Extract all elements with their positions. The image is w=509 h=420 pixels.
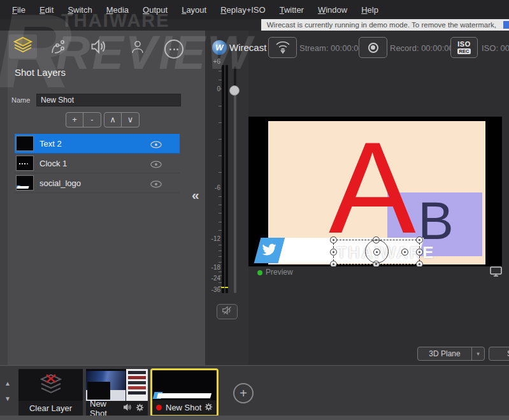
- layer-thumbnail: [16, 175, 34, 191]
- plane-mode-dropdown[interactable]: 3D Plane ▾: [417, 347, 485, 361]
- display-output-icon[interactable]: [490, 266, 502, 279]
- shot-thumbnail: [152, 370, 217, 400]
- ellipsis-icon: [169, 48, 178, 50]
- db-scale-label: -24: [205, 275, 220, 282]
- clear-layer-icon: [36, 372, 66, 398]
- visibility-eye-icon[interactable]: [150, 179, 162, 187]
- demo-banner-text: Wirecast is currently running in demo mo…: [267, 21, 496, 29]
- visibility-eye-icon[interactable]: [150, 159, 162, 167]
- demo-banner-link-stub[interactable]: [503, 21, 509, 29]
- selection-handle-center[interactable]: [373, 249, 380, 256]
- move-layer-down-button[interactable]: ∨: [122, 113, 139, 127]
- wirecast-window: File Edit Switch Media Output Layout Rep…: [0, 0, 509, 420]
- menu-replay-iso[interactable]: Replay+ISO: [213, 5, 272, 15]
- record-button[interactable]: [359, 37, 387, 58]
- selection-handle-mid-right[interactable]: [416, 249, 423, 256]
- selection-handle-bottom-right[interactable]: [416, 261, 423, 266]
- tab-audio[interactable]: [89, 39, 108, 57]
- db-scale-label: -18: [205, 264, 220, 271]
- name-label: Name: [11, 96, 30, 104]
- shot-label: New Shot: [90, 399, 123, 418]
- menu-layout[interactable]: Layout: [175, 5, 213, 15]
- clock-mini-preview: [19, 163, 20, 164]
- layer-list: Text 2 Clock 1 social_logo: [15, 134, 180, 193]
- add-shot-button[interactable]: +: [233, 383, 254, 403]
- live-red-dot: [156, 405, 162, 410]
- shot-new-shot-live[interactable]: New Shot: [150, 368, 219, 417]
- menu-switch[interactable]: Switch: [61, 5, 99, 15]
- stream-button[interactable]: [268, 37, 297, 58]
- selection-handle-top-left[interactable]: [330, 236, 337, 243]
- move-layer-up-button[interactable]: ∧: [104, 113, 122, 127]
- shot-name-input[interactable]: [36, 94, 181, 106]
- iso-record-button[interactable]: ISO REC: [450, 37, 478, 58]
- vu-meter-left: [222, 65, 224, 293]
- clear-layer-thumbnail: [18, 369, 83, 401]
- preview-canvas[interactable]: B A THAIWARE: [248, 117, 502, 266]
- menu-twitter[interactable]: Twitter: [273, 5, 311, 15]
- twitter-bird-icon: [262, 243, 276, 258]
- wifi-stream-icon: [274, 39, 292, 57]
- menu-edit[interactable]: Edit: [32, 5, 61, 15]
- tab-guest[interactable]: [129, 40, 147, 57]
- mute-button[interactable]: [217, 304, 238, 319]
- layer-add-remove-group: + -: [66, 112, 101, 127]
- replay-flow-icon: [50, 39, 66, 57]
- shot-label: Clear Layer: [29, 403, 72, 413]
- shot-thumbnail: [86, 369, 148, 401]
- selection-handle-mid-inner-right[interactable]: [401, 249, 408, 256]
- snap-button-partial[interactable]: S: [489, 347, 509, 361]
- db-scale-label: +6: [205, 58, 220, 65]
- panel-left-gutter: [0, 31, 8, 365]
- collapse-panel-button[interactable]: «: [192, 187, 199, 203]
- selection-handle-bottom-left[interactable]: [330, 261, 337, 266]
- bin-scroll-up-button[interactable]: ▲: [4, 380, 11, 387]
- shot-audio-icon[interactable]: [123, 403, 132, 413]
- layer-row-social-logo[interactable]: social_logo: [15, 173, 180, 193]
- layer-row-clock1[interactable]: Clock 1: [15, 154, 180, 173]
- speaker-icon: [90, 38, 108, 57]
- db-scale-label: 0: [205, 85, 220, 92]
- menu-bar: File Edit Switch Media Output Layout Rep…: [0, 0, 509, 19]
- db-scale-label: -36: [205, 286, 220, 293]
- shot-bin: ▲ ▼ Clear Layer New Shot: [0, 365, 509, 416]
- vu-peak-tick: [221, 287, 224, 288]
- remove-layer-button[interactable]: -: [83, 113, 101, 127]
- add-layer-button[interactable]: +: [66, 113, 83, 127]
- letter-a-text: A: [329, 122, 416, 252]
- menu-window[interactable]: Window: [311, 5, 354, 15]
- shot-new-shot-screen[interactable]: New Shot: [86, 369, 148, 416]
- menu-file[interactable]: File: [5, 5, 32, 15]
- audio-meter-column: +6 0 -6 -12 -18 -24 -36: [205, 31, 248, 365]
- preview-label: Preview: [266, 268, 293, 277]
- record-icon: [368, 43, 378, 53]
- layer-label: social_logo: [39, 178, 81, 188]
- wirecast-logo: W: [212, 40, 227, 55]
- selection-handle-mid-left[interactable]: [330, 249, 337, 256]
- volume-slider-handle[interactable]: [229, 85, 240, 96]
- window-bottom-edge: [0, 416, 509, 420]
- visibility-eye-icon[interactable]: [150, 140, 162, 147]
- db-scale-label: -12: [205, 235, 220, 242]
- shot-clear-layer[interactable]: Clear Layer: [18, 369, 83, 416]
- shot-settings-gear-icon[interactable]: [204, 403, 213, 413]
- layer-row-text2[interactable]: Text 2: [15, 134, 180, 154]
- volume-slider-track[interactable]: [234, 66, 236, 293]
- more-options-button[interactable]: [164, 40, 183, 59]
- menu-help[interactable]: Help: [354, 5, 385, 15]
- panel-title: Shot Layers: [15, 67, 66, 78]
- layer-thumbnail: [16, 136, 34, 151]
- vu-peak-tick: [225, 287, 228, 288]
- demo-banner: Wirecast is currently running in demo mo…: [261, 19, 509, 31]
- tab-replay[interactable]: [50, 40, 66, 56]
- menu-output[interactable]: Output: [136, 5, 175, 15]
- menu-media[interactable]: Media: [99, 5, 136, 15]
- shot-settings-gear-icon[interactable]: [136, 403, 144, 414]
- db-scale-label: -6: [205, 184, 220, 191]
- shot-label: New Shot: [166, 403, 201, 412]
- selection-handle-top-right[interactable]: [416, 236, 423, 243]
- tab-shot-layers[interactable]: [13, 37, 33, 56]
- bin-scroll-down-button[interactable]: ▼: [4, 395, 11, 402]
- layer-label: Text 2: [39, 139, 62, 148]
- person-icon: [129, 40, 146, 57]
